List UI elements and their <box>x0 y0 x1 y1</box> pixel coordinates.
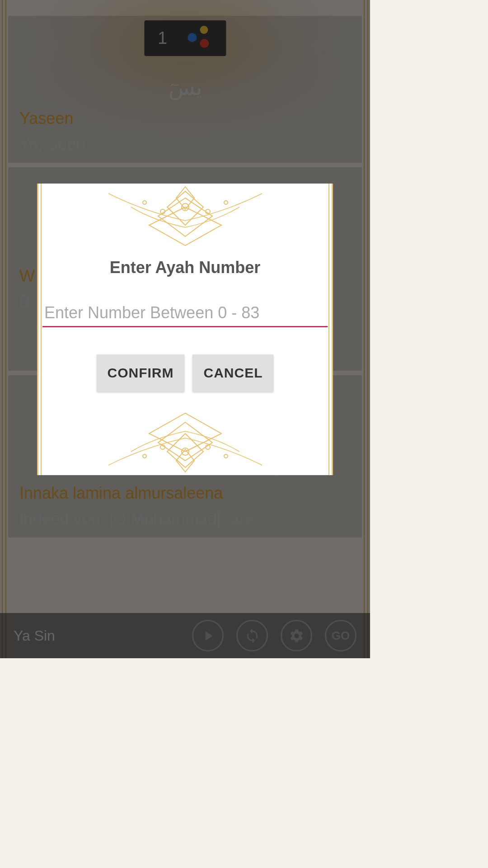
dialog-buttons: CONFIRM CANCEL <box>42 354 328 392</box>
dialog-title: Enter Ayah Number <box>42 258 328 277</box>
confirm-button[interactable]: CONFIRM <box>97 354 185 392</box>
svg-point-9 <box>143 454 146 458</box>
ayah-number-dialog: Enter Ayah Number CONFIRM CANCEL <box>37 184 333 475</box>
modal-overlay[interactable]: Enter Ayah Number CONFIRM CANCEL <box>0 0 370 658</box>
svg-point-8 <box>224 454 228 458</box>
cancel-button[interactable]: CANCEL <box>192 354 273 392</box>
svg-point-6 <box>206 445 210 449</box>
dialog-decoration-bottom-icon <box>63 411 307 474</box>
dialog-content: Enter Ayah Number CONFIRM CANCEL <box>37 184 333 392</box>
ayah-number-input[interactable] <box>42 300 328 327</box>
input-wrapper <box>42 300 328 327</box>
